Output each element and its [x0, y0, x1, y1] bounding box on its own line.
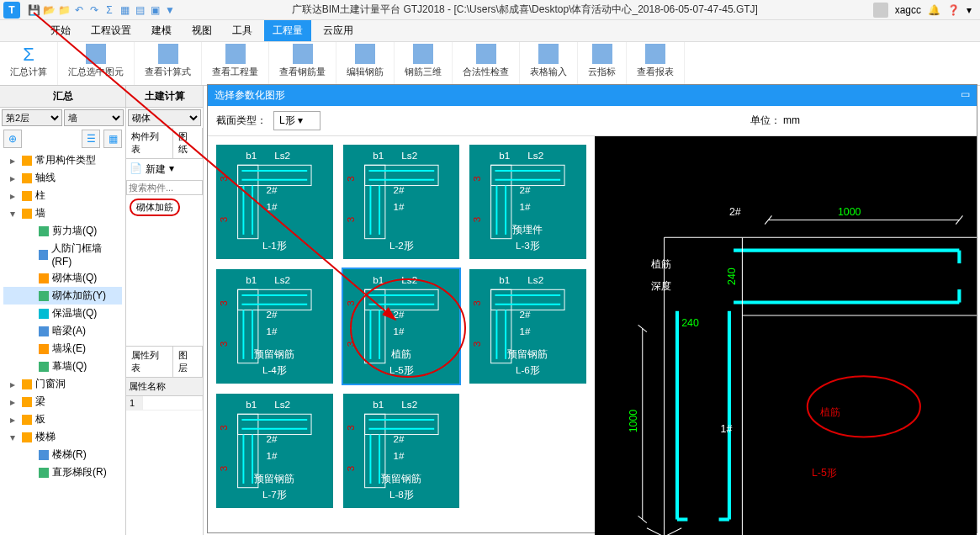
tree-node[interactable]: ▸门窗洞	[3, 375, 122, 393]
floor-select[interactable]: 第2层	[2, 109, 62, 126]
shape-thumb[interactable]: b1 Ls2 2# 1# 3 3 预留钢筋 L-8形	[342, 392, 462, 510]
ribbon-edit-rebar[interactable]: 编辑钢筋	[336, 42, 395, 85]
svg-rect-1	[238, 165, 258, 238]
help-icon[interactable]: ❓	[947, 4, 960, 16]
tree-node[interactable]: 幕墙(Q)	[3, 358, 122, 375]
avatar[interactable]	[873, 3, 888, 18]
bell-icon[interactable]: 🔔	[928, 4, 940, 16]
svg-text:植筋: 植筋	[820, 406, 840, 418]
tree-node[interactable]: 暗梁(A)	[3, 322, 122, 340]
tab-properties[interactable]: 属性列表	[126, 347, 173, 377]
dialog-titlebar[interactable]: 选择参数化图形 ▭	[208, 85, 977, 106]
tree-node[interactable]: ▸梁	[3, 393, 122, 411]
expand-icon[interactable]: ⊕	[3, 130, 22, 148]
shape-thumb[interactable]: b1 Ls2 2# 1# 3 3 预埋件 L-3形	[468, 143, 588, 261]
ribbon-summary-calc[interactable]: Σ汇总计算	[0, 42, 58, 85]
save-icon[interactable]: 💾	[27, 3, 40, 17]
menu-view[interactable]: 视图	[183, 20, 220, 41]
new-icon[interactable]: 📄	[130, 162, 142, 177]
maximize-icon[interactable]: ▭	[961, 88, 970, 103]
dropdown-icon[interactable]: ▾	[967, 4, 972, 16]
tree-node[interactable]: 人防门框墙(RF)	[3, 240, 122, 269]
ribbon-summary-selected[interactable]: 汇总选中图元	[58, 42, 135, 85]
preview-pane[interactable]: 2# 1000 240 240 1000 1# 植筋 深度 植筋	[595, 136, 977, 535]
tree-node[interactable]: ▸柱	[3, 187, 122, 204]
ribbon-cloud-index[interactable]: 云指标	[578, 42, 627, 85]
shape-thumb[interactable]: b1 Ls2 2# 1# 3 3 植筋 L-5形	[342, 268, 462, 385]
tree-node[interactable]: 直形梯段(R)	[3, 463, 122, 481]
tab-component-list[interactable]: 构件列表	[126, 128, 173, 158]
svg-text:3: 3	[345, 300, 356, 305]
grid-icon[interactable]: ▦	[118, 3, 131, 17]
tab-drawing[interactable]: 图纸	[173, 128, 203, 158]
shape-thumb[interactable]: b1 Ls2 2# 1# 3 3 L-1形	[215, 143, 335, 261]
tree-node[interactable]: 砌体墙(Q)	[3, 269, 122, 287]
ribbon-view-formula[interactable]: 查看计算式	[135, 42, 202, 85]
tree-node[interactable]: 楼梯(R)	[3, 446, 122, 463]
ribbon-view-quantity[interactable]: 查看工程量	[202, 42, 269, 85]
mid-panel: 土建计算 砌体 构件列表 图纸 📄 新建 ▾ 砌体加筋 属性列表 图层 属性名称…	[126, 86, 204, 535]
open-icon[interactable]: 📂	[42, 3, 56, 17]
grid-view-icon[interactable]: ▦	[103, 130, 122, 148]
tree-node[interactable]: ▸轴线	[3, 169, 122, 187]
ribbon-view-rebar[interactable]: 查看钢筋量	[269, 42, 336, 85]
svg-text:3: 3	[218, 217, 229, 222]
chevron-down-icon[interactable]: ▾	[169, 162, 174, 177]
svg-text:1#: 1#	[393, 326, 404, 336]
new-button[interactable]: 新建	[146, 162, 166, 177]
svg-text:深度: 深度	[651, 280, 671, 292]
formula-icon[interactable]: Σ	[103, 3, 116, 17]
section-type-select[interactable]: L形 ▾	[273, 111, 320, 130]
tab-layers[interactable]: 图层	[173, 347, 203, 377]
shape-thumb[interactable]: b1 Ls2 2# 1# 3 3 预留钢筋 L-7形	[215, 392, 335, 510]
more-icon[interactable]: ▼	[163, 3, 177, 17]
menu-project-settings[interactable]: 工程设置	[82, 20, 140, 41]
search-input[interactable]	[126, 180, 203, 195]
menu-cloud[interactable]: 云应用	[315, 20, 362, 41]
shape-thumb[interactable]: b1 Ls2 2# 1# 3 3 预留钢筋 L-4形	[215, 268, 335, 385]
masonry-rebar-button[interactable]: 砌体加筋	[130, 199, 180, 216]
svg-rect-0	[238, 165, 311, 185]
svg-rect-14	[364, 165, 384, 238]
category-select[interactable]: 墙	[64, 109, 124, 126]
folder-icon[interactable]: 📁	[57, 3, 71, 17]
unit-label: 单位：	[750, 114, 781, 126]
svg-text:1#: 1#	[393, 450, 404, 461]
tree-node[interactable]: 剪力墙(Q)	[3, 222, 122, 240]
list-view-icon[interactable]: ☰	[82, 130, 100, 148]
redo-icon[interactable]: ↷	[87, 3, 101, 17]
svg-text:2#: 2#	[520, 309, 531, 320]
tree-node[interactable]: 墙垛(E)	[3, 340, 122, 358]
menu-modeling[interactable]: 建模	[143, 20, 180, 41]
chart-icon[interactable]: ▤	[133, 3, 146, 17]
menu-quantity[interactable]: 工程量	[264, 20, 311, 41]
tree-node[interactable]: 砌体加筋(Y)	[3, 287, 122, 305]
tree-node[interactable]: ▸常用构件类型	[3, 151, 122, 169]
ribbon-rebar-3d[interactable]: 钢筋三维	[395, 42, 453, 85]
svg-text:3: 3	[471, 300, 482, 305]
section-type-label: 截面类型：	[216, 114, 267, 128]
sub-select[interactable]: 砌体	[128, 109, 201, 126]
shape-thumb[interactable]: b1 Ls2 2# 1# 3 3 L-2形	[342, 143, 462, 261]
print-icon[interactable]: ▣	[148, 3, 162, 17]
svg-text:3: 3	[471, 342, 482, 347]
undo-icon[interactable]: ↶	[72, 3, 86, 17]
svg-text:2#: 2#	[393, 184, 404, 195]
ribbon-view-report[interactable]: 查看报表	[627, 42, 685, 85]
prop-cell[interactable]	[143, 396, 203, 410]
tree-node[interactable]: ▾墙	[3, 204, 122, 222]
tree-node[interactable]: ▸板	[3, 411, 122, 428]
tree-node[interactable]: ▾楼梯	[3, 428, 122, 446]
svg-rect-55	[364, 289, 384, 363]
menu-start[interactable]: 开始	[42, 20, 79, 41]
svg-text:3: 3	[471, 176, 482, 181]
shape-thumb[interactable]: b1 Ls2 2# 1# 3 3 预留钢筋 L-6形	[468, 268, 588, 385]
ribbon-table-input[interactable]: 表格输入	[520, 42, 578, 85]
unit-value: mm	[783, 114, 800, 126]
tree-node[interactable]: 保温墙(Q)	[3, 305, 122, 322]
svg-rect-68	[491, 289, 564, 310]
svg-text:3: 3	[345, 466, 356, 471]
menu-tools[interactable]: 工具	[224, 20, 261, 41]
ribbon-validity[interactable]: 合法性检查	[453, 42, 520, 85]
svg-text:b1: b1	[373, 274, 384, 285]
